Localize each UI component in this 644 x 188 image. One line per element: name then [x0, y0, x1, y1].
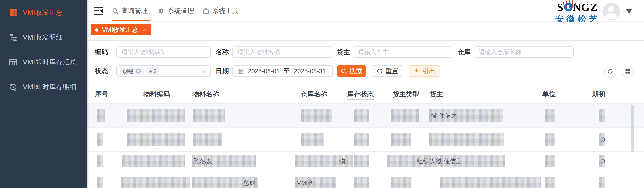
redacted-cell: 0	[600, 133, 606, 146]
search-icon	[340, 68, 347, 74]
table-row: 总成VMI仓	[87, 171, 644, 188]
refresh-icon	[376, 68, 383, 74]
col-header-warehouse-name: 仓库名称	[300, 90, 327, 99]
redacted-cell	[127, 133, 185, 146]
redacted-cell-fragment: 一物…	[333, 157, 351, 165]
top-menu-label: 查询管理	[121, 6, 148, 15]
redacted-cell	[354, 155, 368, 167]
warehouse-input[interactable]	[474, 46, 574, 58]
col-header-owner: 货主	[430, 90, 443, 99]
logo-o-mark	[564, 3, 573, 12]
status-tag-created: 创建	[120, 67, 144, 75]
redacted-cell	[390, 133, 411, 146]
redacted-cell	[301, 133, 324, 146]
redacted-cell	[301, 109, 332, 122]
export-button[interactable]: 引出	[409, 65, 440, 77]
tab-vmi-inout-summary[interactable]: VMI收发汇总 ×	[90, 24, 151, 35]
redacted-cell	[545, 109, 554, 122]
content-panel: 编码 名称 货主 仓库 状态 创建 + 3	[87, 41, 644, 188]
top-menu-query[interactable]: 查询管理	[112, 0, 148, 22]
top-menu-tools[interactable]: 系统工具	[202, 0, 239, 22]
col-header-material-code: 物料编码	[143, 90, 170, 99]
top-menu-system[interactable]: 系统管理	[158, 0, 194, 22]
redacted-cell: 安徽 住信之	[428, 155, 506, 167]
table-icon	[9, 58, 17, 66]
redacted-cell: 一物…	[295, 155, 354, 167]
chevron-down-icon	[202, 69, 207, 74]
filter-label-name: 名称	[216, 46, 229, 58]
search-button[interactable]: 搜索	[337, 65, 366, 77]
redacted-cell	[193, 109, 225, 122]
redacted-cell	[545, 133, 554, 146]
sidebar-item-vmi-inout-detail[interactable]: VMI收发明细	[0, 25, 87, 50]
sidebar-item-label: VMI即时库存汇总	[23, 58, 77, 67]
grid-icon	[9, 9, 17, 17]
col-header-material-name: 物料名称	[192, 90, 219, 99]
top-menu-label: 系统工具	[212, 6, 239, 15]
redacted-cell	[545, 155, 554, 167]
sidebar-item-vmi-stock-detail[interactable]: VMI即时库存明细	[0, 74, 87, 100]
date-separator: 至	[284, 67, 290, 75]
redacted-cell	[193, 133, 222, 146]
active-menu-underline	[112, 20, 150, 21]
reset-button[interactable]: 重置	[372, 65, 403, 77]
calendar-icon	[237, 68, 244, 74]
vertical-scrollbar-thumb[interactable]	[631, 105, 634, 152]
redacted-cell	[440, 176, 541, 188]
col-header-stock-status: 库存状态	[347, 90, 374, 99]
col-header-owner-type: 货主类型	[392, 90, 419, 99]
redacted-cell	[127, 109, 185, 122]
redacted-cell	[429, 133, 504, 146]
caret-down-icon[interactable]	[626, 9, 632, 13]
refresh-table-button[interactable]	[604, 66, 616, 78]
redacted-cell: 预然发	[192, 155, 256, 167]
topbar: 查询管理 系统管理 系统工具 SNGZ 安徽松芝	[87, 0, 644, 22]
table-row: 预然发一物…组织安徽 住信之0	[87, 152, 644, 171]
redacted-cell	[122, 155, 185, 167]
refresh-icon	[607, 68, 613, 75]
redacted-cell: 0	[600, 155, 606, 167]
redacted-cell-fragment: 0	[602, 136, 605, 143]
name-input[interactable]	[232, 46, 332, 58]
grid-squares-icon	[625, 68, 631, 75]
gear-icon	[158, 7, 165, 14]
redacted-cell	[354, 109, 368, 122]
status-tag-more: + 3	[146, 67, 159, 75]
brand-name: SNGZ	[553, 2, 602, 13]
code-input[interactable]	[116, 46, 211, 58]
redacted-cell	[390, 109, 419, 122]
user-avatar[interactable]	[602, 3, 620, 20]
history-icon	[9, 83, 17, 91]
status-select[interactable]: 创建 + 3	[116, 65, 211, 77]
redacted-cell: 徽 住信之	[429, 109, 503, 122]
tag-close-icon[interactable]	[135, 68, 141, 74]
column-settings-button[interactable]	[622, 66, 634, 78]
redacted-cell	[97, 109, 105, 122]
date-range-picker[interactable]: 2025-08-01 至 2025-08-31	[232, 65, 333, 77]
filter-label-code: 编码	[95, 46, 108, 58]
filter-label-warehouse: 仓库	[457, 46, 471, 58]
redacted-cell	[97, 133, 104, 146]
redacted-cell-fragment: 0	[602, 158, 605, 165]
redacted-cell-fragment: 预然发	[194, 157, 212, 165]
filter-label-date: 日期	[216, 65, 229, 77]
sidebar-item-vmi-stock-summary[interactable]: VMI即时库存汇总	[0, 50, 87, 74]
tree-list-icon	[9, 33, 17, 42]
redacted-cell	[97, 155, 104, 167]
col-header-opening: 期初	[592, 90, 605, 99]
sidebar-item-vmi-inout-summary[interactable]: VMI收发汇总	[0, 0, 87, 25]
tab-close-icon[interactable]: ×	[143, 27, 146, 33]
briefcase-icon	[202, 7, 210, 14]
col-header-seq: 序号	[95, 90, 108, 99]
menu-fold-icon[interactable]	[93, 6, 103, 16]
filter-label-status: 状态	[95, 65, 108, 77]
sidebar-item-label: VMI收发明细	[23, 33, 63, 42]
tabbar: VMI收发汇总 ×	[87, 22, 644, 41]
table-row: 徽 住信之	[87, 103, 644, 128]
sidebar-item-label: VMI即时库存明细	[23, 82, 77, 92]
owner-input[interactable]	[353, 46, 452, 58]
table-row: 0	[87, 128, 644, 152]
app-window: VMI收发汇总 VMI收发明细 VMI即时库存汇总 VMI即时库存明细	[0, 0, 644, 188]
search-icon	[112, 7, 118, 14]
sidebar-item-label: VMI收发汇总	[23, 8, 63, 17]
